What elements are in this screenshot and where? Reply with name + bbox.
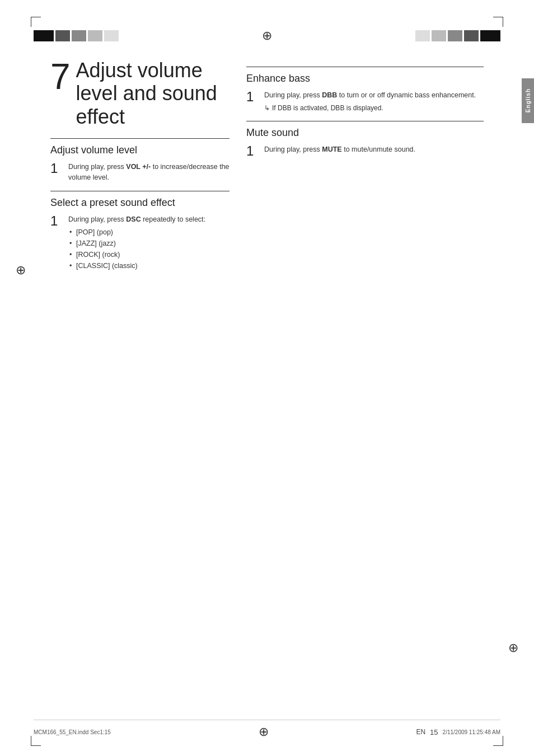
instruction-preset-1: 1 During play, press DSC repeatedly to s… [50,214,229,272]
chapter-title: Adjust volume level and sound effect [76,59,229,128]
color-bar-3 [72,30,86,41]
sub-note-text: If DBB is activated, DBB is displayed. [272,103,383,113]
section-divider-4 [246,121,484,121]
color-bar-2 [55,30,70,41]
key-dbb: DBB [322,91,337,99]
top-bar: ⊕ [34,28,500,44]
footer-right-text: 2/11/2009 11:25:48 AM [443,729,500,735]
bottom-center-crosshair: ⊕ [259,725,269,739]
list-item: [CLASSIC] (classic) [68,260,229,271]
color-bar-r1 [415,30,430,41]
side-language-text: English [525,88,531,112]
color-bar-r3 [448,30,462,41]
section-divider-2 [50,191,229,191]
instruction-number-b1: 1 [246,90,259,113]
key-vol: VOL +/- [126,163,151,171]
list-item: [ROCK] (rock) [68,249,229,260]
instruction-text-b1: During play, press DBB to turn or or off… [264,90,484,113]
chapter-heading: 7 Adjust volume level and sound effect [50,59,229,128]
left-reg-mark: ⊕ [16,263,26,278]
instruction-volume-1: 1 During play, press VOL +/- to increase… [50,162,229,183]
corner-mark-tl [31,17,41,27]
color-bar-r2 [432,30,446,41]
section-heading-mute: Mute sound [246,127,484,139]
chapter-number: 7 [50,59,71,95]
lang-code: EN [416,728,425,736]
key-dsc: DSC [126,215,140,223]
top-center-crosshair: ⊕ [262,29,272,43]
color-bar-r5 [480,30,500,41]
instruction-text-p1: During play, press DSC repeatedly to sel… [68,214,229,272]
page-indicator: EN 15 2/11/2009 11:25:48 AM [416,728,500,736]
key-mute: MUTE [322,145,341,153]
page-number: 15 [430,728,438,736]
right-column: Enhance bass 1 During play, press DBB to… [246,59,484,163]
sub-note-arrow: ↳ [264,103,270,113]
instruction-mute-1: 1 During play, press MUTE to mute/unmute… [246,144,484,158]
list-item: [JAZZ] (jazz) [68,238,229,249]
color-bar-1 [34,30,54,41]
top-left-color-bars [34,30,119,41]
section-divider-1 [50,138,229,139]
footer: MCM166_55_EN.indd Sec1:15 ⊕ EN 15 2/11/2… [34,720,500,739]
right-reg-mark: ⊕ [508,641,518,655]
section-divider-3 [246,67,484,67]
corner-mark-tr [493,17,503,27]
instruction-number-m1: 1 [246,144,259,158]
color-bar-5 [104,30,119,41]
instruction-bass-1: 1 During play, press DBB to turn or or o… [246,90,484,113]
section-heading-bass: Enhance bass [246,73,484,84]
left-column: 7 Adjust volume level and sound effect A… [50,59,229,277]
footer-left-text: MCM166_55_EN.indd Sec1:15 [34,729,111,735]
page: ⊕ ⊕ ⊕ English 7 Adjust volume level and … [0,0,534,756]
instruction-number-p1: 1 [50,214,63,272]
color-bar-4 [88,30,102,41]
instruction-number-v1: 1 [50,162,63,183]
sub-note-dbb: ↳ If DBB is activated, DBB is displayed. [264,103,484,113]
section-heading-volume: Adjust volume level [50,144,229,156]
section-heading-preset: Select a preset sound effect [50,197,229,209]
instruction-text-m1: During play, press MUTE to mute/unmute s… [264,144,484,158]
content-area: 7 Adjust volume level and sound effect A… [50,59,484,711]
chapter-heading-row: 7 Adjust volume level and sound effect [50,59,229,128]
instruction-text-v1: During play, press VOL +/- to increase/d… [68,162,229,183]
side-language-label: English [522,78,534,123]
color-bar-r4 [464,30,479,41]
top-right-color-bars [415,30,500,41]
list-item: [POP] (pop) [68,227,229,238]
preset-sound-list: [POP] (pop) [JAZZ] (jazz) [ROCK] (rock) … [68,227,229,271]
